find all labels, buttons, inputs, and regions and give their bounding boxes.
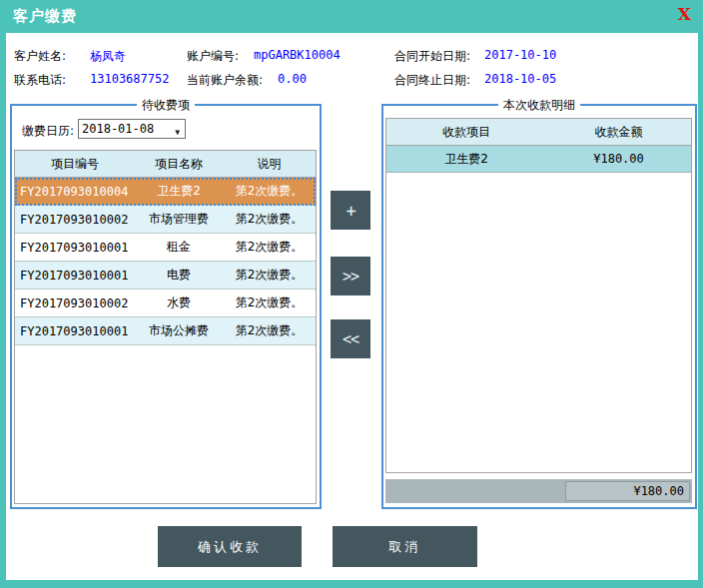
chevron-down-icon: ▼ (175, 124, 180, 142)
customer-payment-dialog: 客户缴费 X 客户姓名: 杨凤奇 账户编号: mpGARBK10004 合同开始… (0, 0, 703, 588)
pending-row[interactable]: FY2017093010002 市场管理费 第2次缴费。 (15, 206, 316, 234)
pending-row[interactable]: FY2017093010001 租金 第2次缴费。 (15, 234, 316, 262)
balance-label: 当前账户余额: (187, 72, 263, 89)
account-no-value: mpGARBK10004 (254, 48, 341, 62)
pending-row[interactable]: FY2017093010002 水费 第2次缴费。 (15, 290, 316, 317)
receipt-detail-panel: 本次收款明细 收款项目 收款金额 卫生费2 ¥180.00 ¥180.00 (381, 104, 697, 509)
add-button[interactable]: + (331, 191, 370, 230)
total-amount: ¥180.00 (565, 481, 690, 501)
pending-items-table: 项目编号 项目名称 说明 FY2017093010004 卫生费2 第2次缴费。… (14, 150, 317, 504)
balance-value: 0.00 (278, 72, 307, 86)
pending-panel-legend: 待收费项 (137, 97, 195, 114)
pending-items-panel: 待收费项 缴费日历: 2018-01-08 ▼ 项目编号 项目名称 说明 FY2… (10, 104, 322, 509)
receipt-table-header: 收款项目 收款金额 (386, 119, 691, 146)
dialog-title: 客户缴费 (13, 7, 77, 26)
receipt-panel-legend: 本次收款明细 (498, 97, 580, 114)
customer-name-label: 客户姓名: (14, 48, 66, 65)
receipt-table: 收款项目 收款金额 卫生费2 ¥180.00 (385, 118, 692, 473)
move-right-button[interactable]: >> (331, 257, 370, 295)
payment-date-dropdown[interactable]: 2018-01-08 ▼ (78, 119, 186, 139)
pending-table-header: 项目编号 项目名称 说明 (15, 151, 316, 178)
col-header-item-name: 项目名称 (135, 156, 223, 173)
col-header-item-id: 项目编号 (15, 156, 135, 173)
receipt-row[interactable]: 卫生费2 ¥180.00 (386, 146, 691, 173)
col-header-receipt-item: 收款项目 (386, 124, 546, 141)
cancel-button[interactable]: 取消 (333, 526, 477, 567)
pending-row[interactable]: FY2017093010001 电费 第2次缴费。 (15, 262, 316, 290)
col-header-receipt-amount: 收款金额 (546, 124, 691, 141)
move-left-button[interactable]: << (331, 319, 370, 358)
pending-row-selected[interactable]: FY2017093010004 卫生费2 第2次缴费。 (15, 178, 316, 206)
confirm-payment-button[interactable]: 确认收款 (158, 526, 302, 567)
contract-start-label: 合同开始日期: (394, 48, 470, 65)
dialog-body: 客户姓名: 杨凤奇 账户编号: mpGARBK10004 合同开始日期: 201… (6, 33, 698, 580)
contract-end-value: 2018-10-05 (484, 72, 556, 86)
payment-date-label: 缴费日历: (22, 123, 74, 140)
pending-row[interactable]: FY2017093010001 市场公摊费 第2次缴费。 (15, 317, 316, 345)
receipt-footer: ¥180.00 (385, 479, 692, 503)
phone-value: 13103687752 (90, 72, 169, 86)
contract-start-value: 2017-10-10 (484, 48, 556, 62)
contract-end-label: 合同终止日期: (394, 72, 470, 89)
customer-name-value: 杨凤奇 (90, 48, 126, 65)
close-icon[interactable]: X (678, 5, 691, 23)
title-bar: 客户缴费 X (0, 0, 703, 33)
phone-label: 联系电话: (14, 72, 66, 89)
payment-date-value: 2018-01-08 (82, 122, 154, 136)
col-header-note: 说明 (223, 156, 316, 173)
account-no-label: 账户编号: (187, 48, 239, 65)
